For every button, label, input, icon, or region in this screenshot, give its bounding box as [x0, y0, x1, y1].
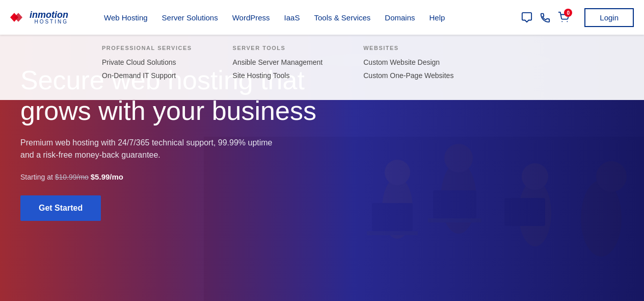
dropdown-col-websites: WEBSITES Custom Website Design Custom On…	[363, 45, 453, 85]
svg-point-3	[567, 21, 568, 22]
nav-server-solutions[interactable]: Server Solutions	[155, 0, 225, 35]
svg-point-2	[562, 21, 563, 22]
dropdown-link-private-cloud[interactable]: Private Cloud Solutions	[102, 58, 192, 66]
price-old: $10.99/mo	[55, 173, 89, 181]
dropdown-col-server-tools: SERVER TOOLS Ansible Server Management S…	[233, 45, 323, 85]
dropdown-link-site-hosting[interactable]: Site Hosting Tools	[233, 71, 323, 80]
dropdown-link-it-support[interactable]: On-Demand IT Support	[102, 71, 192, 80]
hero-subtitle: Premium web hosting with 24/7/365 techni…	[20, 137, 285, 161]
dropdown-col-professional-heading: PROFESSIONAL SERVICES	[102, 45, 192, 51]
nav-icons: 0 Login	[521, 8, 634, 27]
cart-button[interactable]: 0	[558, 12, 569, 23]
phone-button[interactable]	[540, 12, 551, 23]
logo-icon	[10, 13, 26, 22]
nav-wordpress[interactable]: WordPress	[225, 0, 277, 35]
dropdown-col-server-tools-heading: SERVER TOOLS	[233, 45, 323, 51]
logo-subname: hosting	[30, 19, 68, 24]
navbar: inmotion hosting Web Hosting Server Solu…	[0, 0, 644, 35]
login-button[interactable]: Login	[584, 8, 634, 27]
dropdown-link-custom-website[interactable]: Custom Website Design	[363, 58, 453, 66]
nav-help[interactable]: Help	[422, 0, 452, 35]
get-started-button[interactable]: Get Started	[20, 195, 101, 221]
nav-links: Web Hosting Server Solutions WordPress I…	[97, 0, 516, 35]
dropdown-link-ansible[interactable]: Ansible Server Management	[233, 58, 323, 66]
dropdown-menu: PROFESSIONAL SERVICES Private Cloud Solu…	[0, 35, 644, 100]
cart-badge: 0	[564, 9, 572, 17]
nav-iaas[interactable]: IaaS	[277, 0, 307, 35]
chat-button[interactable]	[521, 12, 532, 23]
chat-icon	[521, 12, 532, 23]
phone-icon	[540, 12, 551, 23]
nav-tools-services[interactable]: Tools & Services	[307, 0, 378, 35]
logo-name: inmotion	[30, 10, 68, 19]
dropdown-link-one-page[interactable]: Custom One-Page Websites	[363, 71, 453, 80]
nav-web-hosting[interactable]: Web Hosting	[97, 0, 155, 35]
hero-pricing: Starting at $10.99/mo $5.99/mo	[20, 172, 326, 181]
pricing-label: Starting at	[20, 173, 53, 181]
dropdown-col-professional: PROFESSIONAL SERVICES Private Cloud Solu…	[102, 45, 192, 85]
nav-domains[interactable]: Domains	[378, 0, 422, 35]
dropdown-col-websites-heading: WEBSITES	[363, 45, 453, 51]
price-new: $5.99/mo	[91, 172, 123, 181]
logo[interactable]: inmotion hosting	[10, 10, 82, 24]
